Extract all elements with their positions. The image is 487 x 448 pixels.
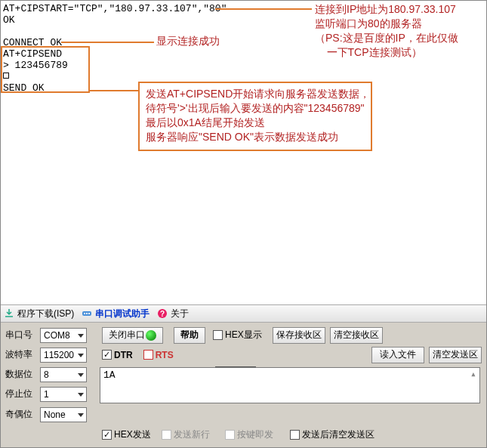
clear-send-button[interactable]: 清空发送区 [429, 347, 482, 363]
annotation-ip: 连接到IP地址为180.97.33.107 监听端口为80的服务器 （PS:这是… [315, 2, 458, 60]
checkbox-icon [102, 350, 112, 360]
rts-label: RTS [156, 350, 174, 360]
save-recv-button[interactable]: 保存接收区 [273, 327, 325, 344]
rts-checkbox[interactable]: RTS [143, 350, 174, 360]
send-newline-label: 发送新行 [174, 428, 210, 441]
baud-select[interactable]: 115200 [40, 348, 87, 363]
dtr-label: DTR [114, 350, 133, 360]
tab-isp[interactable]: 程序下载(ISP) [17, 307, 74, 320]
hex-display-label: HEX显示 [225, 329, 262, 341]
load-file-button[interactable]: 读入文件 [371, 347, 424, 363]
hex-send-checkbox[interactable]: HEX发送 [102, 428, 151, 441]
port-label: 串口号 [5, 329, 40, 341]
send-data-input[interactable]: 1A ▴ [100, 367, 480, 403]
svg-rect-2 [86, 313, 88, 314]
checkbox-icon [102, 430, 112, 440]
annotation-line [90, 90, 138, 91]
control-panel: 串口号 COM8 关闭串口 帮助 HEX显示 保存接收区 清空接收区 波特率 1… [1, 323, 486, 447]
clear-after-send-label: 发送后清空发送区 [302, 428, 374, 441]
checkbox-icon [143, 350, 153, 360]
databits-label: 数据位 [5, 368, 40, 381]
cmd-cipstart: AT+CIPSTART="TCP","180.97.33.107","80" [3, 3, 227, 14]
stopbits-select[interactable]: 1 [40, 387, 87, 402]
key-immediate-checkbox[interactable]: 按键即发 [225, 428, 273, 441]
checkbox-icon [213, 330, 223, 340]
svg-rect-1 [84, 313, 85, 314]
send-newline-checkbox[interactable]: 发送新行 [162, 428, 210, 441]
svg-text:?: ? [160, 310, 165, 318]
help-button[interactable]: 帮助 [174, 327, 205, 344]
serial-icon [82, 308, 92, 319]
download-icon [4, 308, 14, 319]
send-data-value: 1A [103, 369, 116, 381]
annotation-box-send [1, 46, 90, 93]
annotation-send: 发送AT+CIPSEND开始请求向服务器发送数据， 待符号'>'出现后输入要发送… [146, 87, 370, 144]
parity-label: 奇偶位 [5, 408, 40, 421]
checkbox-icon [162, 430, 171, 440]
port-status-light [146, 330, 156, 341]
tab-serial[interactable]: 串口调试助手 [95, 307, 149, 320]
tabbar: 程序下载(ISP) 串口调试助手 ? 关于 [1, 304, 486, 323]
clear-after-send-checkbox[interactable]: 发送后清空发送区 [290, 428, 374, 441]
checkbox-icon [225, 430, 235, 440]
hex-send-label: HEX发送 [114, 428, 151, 441]
close-port-label: 关闭串口 [109, 329, 145, 341]
stopbits-label: 停止位 [5, 388, 40, 400]
annotation-connect: 显示连接成功 [156, 34, 220, 48]
annotation-line [215, 8, 312, 10]
cmd-ok: OK [3, 14, 15, 26]
dtr-checkbox[interactable]: DTR [102, 350, 133, 360]
svg-rect-3 [88, 313, 90, 314]
databits-select[interactable]: 8 [40, 367, 87, 382]
parity-select[interactable]: None [40, 407, 87, 422]
terminal-output-area: AT+CIPSTART="TCP","180.97.33.107","80" O… [1, 1, 486, 304]
port-select[interactable]: COM8 [40, 328, 87, 343]
hex-display-checkbox[interactable]: HEX显示 [213, 329, 262, 341]
clear-recv-button[interactable]: 清空接收区 [330, 327, 383, 344]
key-immediate-label: 按键即发 [237, 428, 273, 441]
input-expand-icon: ▴ [469, 369, 478, 378]
baud-label: 波特率 [5, 348, 40, 361]
checkbox-icon [290, 430, 300, 440]
annotation-line [61, 42, 154, 43]
tab-about[interactable]: 关于 [171, 307, 189, 320]
help-icon: ? [157, 308, 168, 319]
close-port-button[interactable]: 关闭串口 [102, 327, 163, 344]
